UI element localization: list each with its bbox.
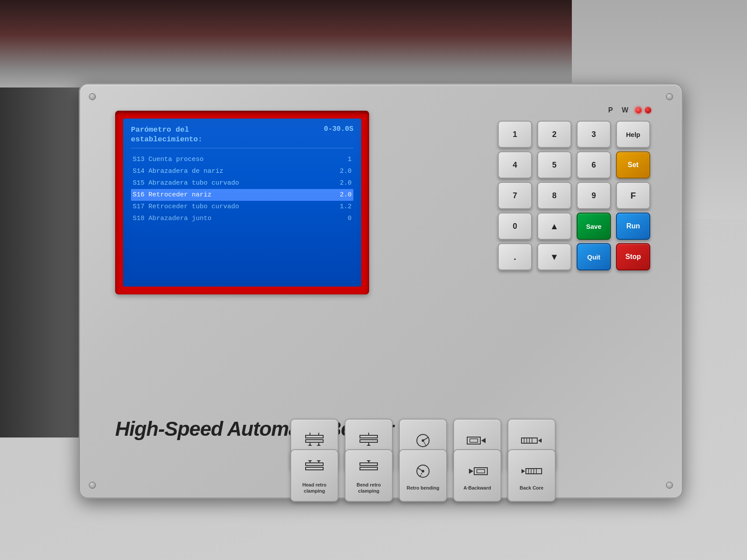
svg-rect-15	[467, 437, 480, 444]
svg-marker-12	[366, 444, 371, 446]
lcd-item-s17: S17 Retroceder tubo curvado 1.2	[131, 201, 353, 213]
key-down[interactable]: ▼	[537, 243, 571, 270]
retro-bending-icon	[410, 460, 436, 482]
lcd-range: 0-30.0S	[324, 125, 353, 133]
svg-marker-7	[317, 444, 321, 446]
head-clamping-icon	[301, 430, 328, 452]
key-up[interactable]: ▲	[537, 213, 571, 240]
btn-head-retro-clamping-label: Head retro clamping	[295, 482, 334, 494]
lcd-item-s16-label: S16 Retroceder nariz	[133, 190, 330, 200]
btn-back-core-label: Back Core	[520, 485, 543, 491]
lcd-item-s13-label: S13 Cuenta proceso	[133, 155, 330, 164]
btn-back-core[interactable]: Back Core	[507, 449, 556, 502]
svg-rect-24	[306, 463, 323, 466]
svg-marker-28	[308, 460, 312, 462]
btn-retro-bending-label: Retro bending	[407, 485, 440, 491]
svg-marker-23	[538, 438, 542, 443]
key-8[interactable]: 8	[537, 182, 571, 209]
svg-rect-0	[306, 435, 323, 438]
screw-br	[666, 482, 673, 489]
btn-bend-retro-clamping[interactable]: Bend retro clamping	[345, 449, 393, 502]
svg-rect-1	[306, 440, 323, 442]
svg-point-35	[422, 470, 424, 472]
key-0[interactable]: 0	[498, 213, 532, 240]
lcd-title-text: Parómetro delestablecimiento:	[131, 126, 202, 144]
key-5[interactable]: 5	[537, 151, 571, 178]
btn-head-retro-clamping[interactable]: Head retro clamping	[290, 449, 338, 502]
led-1	[635, 107, 641, 113]
key-set[interactable]: Set	[616, 151, 650, 178]
svg-rect-31	[360, 467, 377, 470]
svg-rect-36	[474, 468, 487, 475]
svg-marker-38	[469, 469, 473, 474]
svg-rect-37	[477, 469, 485, 473]
head-retro-clamping-icon	[301, 457, 328, 479]
lcd-list: S13 Cuenta proceso 1 S14 Abrazadera de n…	[131, 154, 353, 224]
svg-point-14	[422, 439, 424, 442]
pw-label: P W	[608, 106, 632, 114]
lcd-title: Parómetro delestablecimiento:	[131, 125, 202, 144]
svg-marker-33	[366, 460, 371, 462]
key-2[interactable]: 2	[537, 121, 571, 148]
svg-rect-25	[306, 467, 323, 470]
btn-bend-retro-clamping-label: Bend retro clamping	[349, 482, 388, 494]
key-f[interactable]: F	[616, 182, 650, 209]
svg-rect-8	[360, 435, 377, 438]
svg-marker-29	[317, 460, 321, 462]
btn-retro-bending[interactable]: Retro bending	[399, 449, 447, 502]
led-2	[645, 107, 651, 113]
key-stop[interactable]: Stop	[616, 243, 650, 270]
lcd-screen: Parómetro delestablecimiento: 0-30.0S S1…	[123, 119, 361, 287]
lcd-item-s14-value: 2.0	[330, 167, 352, 176]
machine-panel: Parómetro delestablecimiento: 0-30.0S S1…	[79, 83, 683, 499]
key-4[interactable]: 4	[498, 151, 532, 178]
bend-retro-clamping-icon	[356, 457, 382, 479]
key-7[interactable]: 7	[498, 182, 532, 209]
key-6[interactable]: 6	[577, 151, 611, 178]
key-quit[interactable]: Quit	[577, 243, 611, 270]
svg-rect-30	[360, 463, 377, 466]
lcd-item-s16-value: 2.0	[330, 190, 352, 200]
key-run[interactable]: Run	[616, 213, 650, 240]
keypad-area: P W 1 2 3 Help 4 5 6 Set 7 8 9 F 0 ▲ Sav…	[498, 106, 655, 270]
a-forward-icon	[464, 430, 490, 452]
pw-indicator: P W	[498, 106, 655, 114]
lcd-item-s14: S14 Abrazadera de nariz 2.0	[131, 165, 353, 177]
svg-rect-16	[470, 439, 478, 442]
key-grid: 1 2 3 Help 4 5 6 Set 7 8 9 F 0 ▲ Save Ru…	[498, 121, 655, 270]
lcd-item-s16: S16 Retroceder nariz 2.0	[131, 189, 353, 201]
svg-rect-9	[360, 440, 377, 442]
lcd-item-s14-label: S14 Abrazadera de nariz	[133, 167, 330, 176]
btn-a-backward-label: A·Backward	[464, 485, 491, 491]
lcd-item-s17-value: 1.2	[330, 202, 352, 211]
btn-a-backward[interactable]: A·Backward	[453, 449, 501, 502]
lcd-header: Parómetro delestablecimiento: 0-30.0S	[131, 125, 353, 148]
key-help[interactable]: Help	[616, 121, 650, 148]
back-core-icon	[518, 460, 545, 482]
svg-marker-44	[521, 469, 525, 473]
key-1[interactable]: 1	[498, 121, 532, 148]
screen-container: Parómetro delestablecimiento: 0-30.0S S1…	[115, 111, 369, 294]
key-save[interactable]: Save	[577, 213, 611, 240]
lcd-item-s15-label: S15 Abrazadera tubo curvado	[133, 178, 330, 188]
lcd-item-s18-label: S18 Abrazadera junto	[133, 214, 330, 223]
key-3[interactable]: 3	[577, 121, 611, 148]
key-dot[interactable]: .	[498, 243, 532, 270]
bending-icon	[410, 430, 436, 452]
bend-clamping-icon	[356, 430, 382, 452]
lcd-item-s13-value: 1	[330, 155, 352, 164]
bottom-buttons-row2: Head retro clamping Bend retro clamping	[290, 449, 556, 502]
screw-tl	[89, 93, 96, 100]
svg-marker-6	[308, 444, 312, 446]
lcd-item-s15-value: 2.0	[330, 178, 352, 188]
svg-marker-17	[481, 438, 486, 443]
a-backward-icon	[464, 460, 490, 482]
lcd-item-s18: S18 Abrazadera junto 0	[131, 213, 353, 224]
lcd-item-s17-label: S17 Retroceder tubo curvado	[133, 202, 330, 211]
key-9[interactable]: 9	[577, 182, 611, 209]
screw-bl	[89, 482, 96, 489]
lcd-item-s18-value: 0	[330, 214, 352, 223]
screw-tr	[666, 93, 673, 100]
lcd-item-s13: S13 Cuenta proceso 1	[131, 154, 353, 165]
feed-core-icon	[518, 430, 545, 452]
